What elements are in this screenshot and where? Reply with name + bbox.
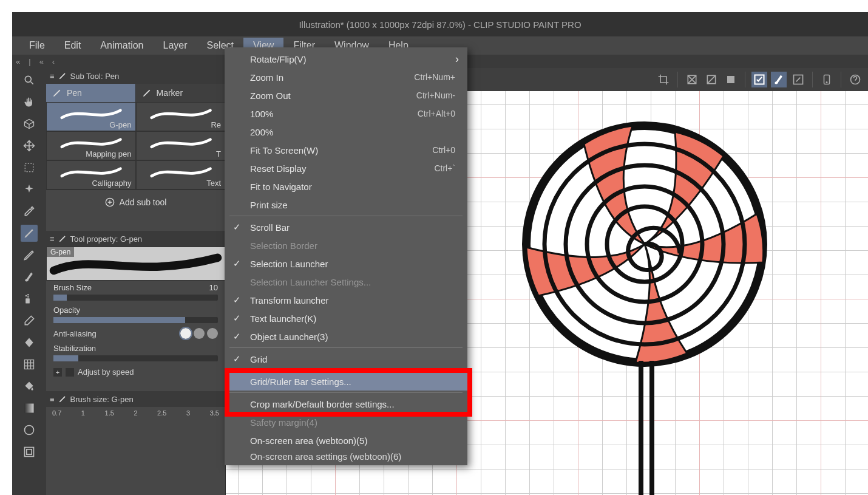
brush-t[interactable]: T — [136, 131, 226, 160]
menu-edit[interactable]: Edit — [55, 38, 91, 53]
ruler-tick: 0.7 — [52, 409, 61, 417]
brush-size-row: Brush Size 10 — [46, 281, 225, 293]
brush-size-ruler[interactable]: 0.711.522.533.5 — [46, 407, 225, 417]
svg-rect-6 — [25, 360, 34, 369]
brush-size-header: ≡ Brush size: G-pen — [46, 391, 225, 407]
diag-square-icon[interactable] — [704, 72, 719, 87]
magnifier-icon[interactable] — [21, 72, 38, 89]
menu-item-scroll-bar[interactable]: ✓Scroll Bar — [225, 218, 467, 236]
crop-icon[interactable] — [656, 72, 671, 87]
menu-item-100[interactable]: 100%Ctrl+Alt+0 — [225, 104, 467, 123]
menu-item-fit-to-screen-w[interactable]: Fit To Screen(W)Ctrl+0 — [225, 141, 467, 159]
menu-item-selection-launcher[interactable]: ✓Selection Launcher — [225, 254, 467, 273]
edit-square-icon[interactable] — [790, 72, 806, 87]
brush-mapping-pen[interactable]: Mapping pen — [46, 131, 136, 160]
menu-lines-icon[interactable]: ≡ — [50, 234, 55, 244]
brush-icon[interactable] — [21, 268, 38, 285]
aa-option-2[interactable] — [194, 328, 205, 339]
blend-diamond-icon[interactable] — [21, 334, 38, 351]
cross-square-icon[interactable] — [684, 72, 700, 87]
add-subtool-button[interactable]: Add sub tool — [46, 189, 225, 214]
add-subtool-label: Add sub tool — [120, 197, 167, 207]
adjust-by-speed-label: Adjust by speed — [78, 367, 134, 377]
side-panel: ≡ Sub Tool: Pen PenMarker G-penReMapping… — [46, 68, 226, 495]
brush-preview: G-pen — [46, 247, 225, 281]
device-icon[interactable] — [819, 72, 835, 87]
opacity-slider[interactable] — [53, 317, 218, 323]
gradient-square-icon[interactable] — [21, 400, 38, 417]
brush-size-header-label: Brush size: G-pen — [70, 395, 134, 404]
brush-re[interactable]: Re — [136, 102, 226, 131]
menu-file[interactable]: File — [19, 38, 55, 53]
circle-icon[interactable] — [21, 422, 38, 439]
check-square-icon[interactable] — [751, 72, 767, 87]
aa-option-3[interactable] — [207, 328, 218, 339]
menu-item-rotate-flip-v[interactable]: Rotate/Flip(V) — [225, 50, 467, 68]
bucket-icon[interactable] — [21, 378, 38, 395]
menu-lines-icon[interactable]: ≡ — [50, 72, 55, 81]
tool-property-header-label: Tool property: G-pen — [70, 234, 143, 244]
brush-size-slider[interactable] — [53, 295, 218, 301]
chevron-left-small-icon[interactable]: ‹ — [52, 57, 55, 66]
antialias-options[interactable] — [180, 328, 218, 339]
menu-item-fit-to-navigator[interactable]: Fit to Navigator — [225, 177, 467, 196]
menu-item-200[interactable]: 200% — [225, 123, 467, 141]
svg-point-0 — [25, 76, 31, 82]
brush-grid: G-penReMapping penTCalligraphyText — [46, 102, 225, 189]
menu-item-grid[interactable]: ✓Grid — [225, 350, 467, 368]
menu-item-text-launcher-k[interactable]: ✓Text launcher(K) — [225, 309, 467, 327]
tab-marker[interactable]: Marker — [136, 84, 226, 102]
menu-item-crop-mark-default-border-settings[interactable]: Crop mark/Default border settings... — [225, 395, 467, 413]
filled-square-icon[interactable] — [723, 72, 739, 87]
menu-item-on-screen-area-webtoon-5[interactable]: On-screen area (webtoon)(5) — [225, 431, 467, 449]
brush-text[interactable]: Text — [136, 160, 226, 189]
spray-icon[interactable] — [21, 290, 38, 307]
cube-cursor-icon[interactable] — [21, 115, 38, 132]
ruler-tick: 3.5 — [210, 409, 219, 417]
subtool-tabs: PenMarker — [46, 84, 225, 102]
stabilization-slider[interactable] — [53, 355, 218, 361]
brush-calligraphy[interactable]: Calligraphy — [46, 160, 136, 189]
expand-icon[interactable]: + — [53, 368, 62, 377]
move-icon[interactable] — [21, 137, 38, 154]
chevron-left-icon[interactable]: « — [39, 57, 44, 66]
menu-lines-icon[interactable]: ≡ — [50, 395, 55, 404]
menu-item-print-size[interactable]: Print size — [225, 196, 467, 214]
svg-point-2 — [25, 295, 27, 297]
eraser-icon[interactable] — [21, 312, 38, 329]
eyedropper-icon[interactable] — [21, 203, 38, 220]
subtool-header-label: Sub Tool: Pen — [70, 72, 120, 81]
aa-option-1[interactable] — [180, 328, 191, 339]
brush-g-pen[interactable]: G-pen — [46, 102, 136, 131]
menu-item-zoom-in[interactable]: Zoom InCtrl+Num+ — [225, 68, 467, 86]
checkbox-icon[interactable] — [66, 368, 74, 377]
ruler-tick: 2.5 — [157, 409, 166, 417]
pen-small-icon — [58, 72, 67, 80]
hand-icon[interactable] — [21, 94, 38, 111]
title-bar: Illustration* (1000 x 1000px 72dpi 87.0%… — [12, 12, 868, 36]
pen-tool-icon[interactable] — [21, 225, 38, 242]
menu-animation[interactable]: Animation — [90, 38, 153, 53]
brush-check-icon[interactable] — [771, 72, 787, 87]
menu-item-zoom-out[interactable]: Zoom OutCtrl+Num- — [225, 86, 467, 104]
pencil-icon[interactable] — [21, 247, 38, 264]
menu-item-grid-ruler-bar-settings[interactable]: Grid/Ruler Bar Settings... — [225, 372, 467, 391]
frame-icon[interactable] — [21, 443, 38, 460]
marquee-icon[interactable] — [21, 159, 38, 176]
help-icon[interactable] — [847, 72, 863, 87]
tab-pen[interactable]: Pen — [46, 84, 136, 102]
svg-rect-1 — [25, 163, 33, 172]
menu-layer[interactable]: Layer — [154, 38, 197, 53]
menu-item-object-launcher-3[interactable]: ✓Object Launcher(3) — [225, 327, 467, 346]
svg-rect-5 — [25, 298, 30, 303]
divider-icon: | — [29, 57, 30, 66]
chevron-left-icon[interactable]: « — [16, 57, 20, 66]
menu-item-on-screen-area-settings-webtoon-6[interactable]: On-screen area settings (webtoon)(6) — [225, 449, 467, 463]
mesh-icon[interactable] — [21, 356, 38, 373]
sparkle-icon[interactable] — [21, 181, 38, 198]
menu-item-transform-launcher[interactable]: ✓Transform launcher — [225, 291, 467, 309]
tool-column — [12, 68, 46, 495]
menu-item-reset-display[interactable]: Reset DisplayCtrl+` — [225, 159, 467, 177]
adjust-by-speed-row[interactable]: + Adjust by speed — [46, 364, 225, 380]
view-dropdown-menu[interactable]: Rotate/Flip(V)Zoom InCtrl+Num+Zoom OutCt… — [225, 47, 467, 465]
